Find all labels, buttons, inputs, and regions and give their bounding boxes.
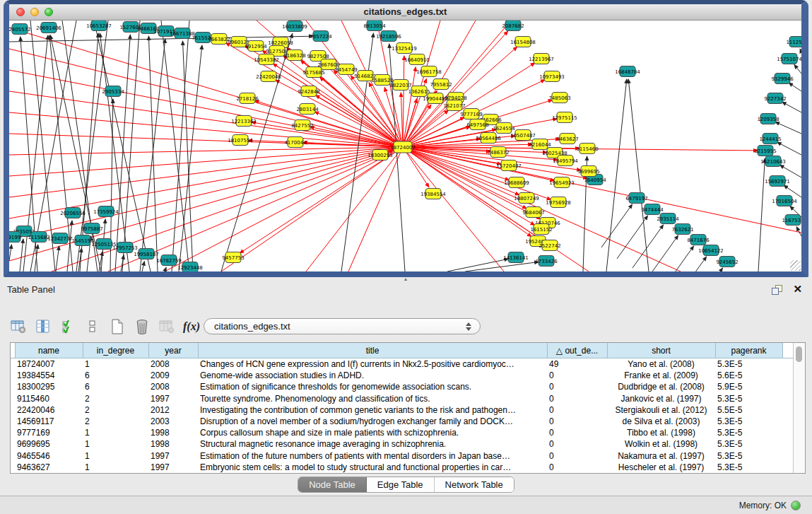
checklist-icon[interactable] — [59, 318, 76, 335]
table-row[interactable]: 977716911998Corpus callosum shape and si… — [11, 427, 793, 438]
graph-node[interactable]: 1615152 — [530, 224, 552, 235]
cell-year[interactable]: 2008 — [148, 381, 198, 392]
cell-title[interactable]: Tourette syndrome. Phenomenology and cla… — [198, 393, 547, 404]
graph-node[interactable]: 9474444 — [641, 204, 664, 215]
graph-node[interactable]: 7663822 — [208, 34, 230, 45]
cell-pagerank[interactable]: 5.3E-5 — [715, 462, 782, 473]
cell-outdeg[interactable]: 0 — [547, 450, 607, 462]
graph-node[interactable]: 7485063 — [548, 93, 570, 103]
cell-short[interactable]: Stergiakouli et al. (2012) — [607, 404, 715, 416]
cell-short[interactable]: Wolkin et al. (1998) — [607, 438, 715, 450]
cell-year[interactable]: 2008 — [148, 358, 198, 370]
table-column-icon[interactable] — [35, 318, 52, 335]
cell-indeg[interactable]: 2 — [83, 393, 148, 404]
graph-node[interactable]: 9115460 — [576, 144, 598, 154]
graph-node[interactable]: 1209358 — [757, 114, 779, 124]
graph-node[interactable]: 10688609 — [504, 177, 529, 188]
cell-indeg[interactable]: 1 — [83, 427, 148, 438]
zoom-window-button[interactable] — [45, 8, 53, 16]
cell-indeg[interactable]: 1 — [83, 358, 148, 370]
graph-node[interactable]: 9699695 — [577, 166, 599, 177]
table-row[interactable]: 911546021997Tourette syndrome. Phenomeno… — [11, 393, 793, 404]
cell-indeg[interactable]: 6 — [83, 370, 148, 381]
table-row[interactable]: 1872400712008Changes of HCN gene express… — [11, 358, 793, 370]
cell-outdeg[interactable]: 0 — [547, 381, 607, 392]
cell-year[interactable]: 1998 — [148, 427, 198, 438]
scrollbar-thumb[interactable] — [796, 346, 802, 362]
cell-pagerank[interactable]: 5.9E-5 — [715, 381, 782, 392]
cell-short[interactable]: Jankovic et al. (1997) — [607, 393, 715, 404]
graph-node[interactable]: 1733426 — [535, 256, 558, 267]
cell-outdeg[interactable]: 0 — [547, 393, 607, 404]
cell-title[interactable]: Investigating the contribution of common… — [198, 404, 547, 416]
cell-short[interactable]: Yano et al. (2008) — [607, 358, 715, 370]
graph-node[interactable]: 8813054 — [363, 21, 386, 31]
graph-node[interactable]: 14136141 — [503, 252, 529, 263]
cell-pagerank[interactable]: 5.3E-5 — [715, 450, 782, 462]
graph-node[interactable]: 16154808 — [510, 37, 536, 47]
graph-node[interactable]: 1244415 — [759, 134, 781, 144]
stacked-squares-icon[interactable] — [84, 318, 101, 335]
cell-title[interactable]: Embryonic stem cells: a model to study s… — [198, 462, 547, 473]
node-table[interactable]: namein_degreeyeartitle△ out_de...shortpa… — [11, 343, 793, 473]
column-header-pagerank[interactable]: pagerank — [715, 343, 782, 358]
cell-name[interactable]: 9699695 — [15, 438, 83, 450]
graph-node[interactable]: 8427552 — [291, 120, 313, 131]
graph-node[interactable]: 19218596 — [376, 31, 401, 42]
graph-node[interactable]: 2935114 — [657, 214, 679, 224]
cell-short[interactable]: Tibbo et al. (1998) — [607, 427, 715, 438]
graph-node[interactable]: 13325419 — [392, 43, 417, 54]
table-row[interactable]: 969969511998Structural magnetic resonanc… — [11, 438, 793, 450]
cell-pagerank[interactable]: 5.3E-5 — [715, 427, 782, 438]
graph-node[interactable]: 9463627 — [556, 134, 578, 144]
graph-node[interactable]: 1115682 — [28, 232, 49, 243]
cell-indeg[interactable]: 1 — [83, 438, 148, 450]
graph-node[interactable]: 19654923 — [549, 177, 575, 188]
graph-node[interactable]: 1621077 — [443, 100, 465, 111]
graph-node[interactable]: 1362615 — [408, 86, 430, 97]
cell-short[interactable]: Hescheler et al. (1997) — [607, 462, 715, 473]
table-row[interactable]: 946362711997Embryonic stem cells: a mode… — [11, 462, 793, 473]
table-scrollbar[interactable] — [793, 343, 805, 473]
tab-edge-table[interactable]: Edge Table — [367, 477, 435, 492]
graph-node[interactable]: 2087682 — [502, 21, 524, 31]
column-header-year[interactable]: year — [148, 343, 198, 358]
graph-node[interactable]: 10507487 — [510, 130, 536, 141]
column-header-in_degree[interactable]: in_degree — [83, 343, 148, 358]
graph-node[interactable]: 8471676 — [687, 235, 710, 245]
table-row[interactable]: 946554611997Estimation of the future num… — [11, 450, 793, 462]
graph-node[interactable]: 15751074 — [777, 54, 801, 64]
table-gear-icon[interactable] — [10, 318, 27, 335]
graph-node[interactable]: 2803144 — [296, 104, 319, 115]
graph-node[interactable]: 17016504 — [772, 196, 797, 206]
tab-network-table[interactable]: Network Table — [435, 477, 514, 492]
graph-node[interactable]: 8912954 — [245, 41, 267, 52]
graph-node[interactable]: 9242848 — [298, 86, 319, 97]
graph-node[interactable]: 16640910 — [404, 54, 430, 65]
cell-outdeg[interactable]: 0 — [547, 438, 607, 450]
cell-short[interactable]: Dudbridge et al. (2008) — [607, 381, 715, 392]
cell-name[interactable]: 14569117 — [15, 416, 83, 427]
function-builder-icon[interactable]: f(x) — [183, 318, 200, 335]
cell-outdeg[interactable]: 49 — [547, 358, 607, 370]
minimize-window-button[interactable] — [30, 8, 39, 16]
close-window-button[interactable] — [16, 8, 25, 16]
table-select-dropdown[interactable]: citations_edges.txt — [204, 318, 481, 334]
graph-node[interactable]: 9175685 — [302, 67, 324, 78]
graph-node[interactable]: 7632621 — [671, 224, 693, 235]
cell-year[interactable]: 1998 — [148, 438, 198, 450]
graph-node[interactable]: 12975115 — [552, 112, 577, 123]
graph-node[interactable]: 16848784 — [615, 66, 640, 77]
cell-outdeg[interactable]: 0 — [547, 427, 607, 438]
cell-outdeg[interactable]: 0 — [547, 416, 607, 427]
cell-pagerank[interactable]: 5.3E-5 — [715, 358, 782, 370]
cell-pagerank[interactable]: 5.3E-5 — [715, 416, 782, 427]
table-row[interactable]: 1830029562008Estimation of significance … — [11, 381, 793, 392]
cell-title[interactable]: Genome-wide association studies in ADHD. — [198, 370, 547, 381]
network-window-titlebar[interactable]: citations_edges.txt — [9, 4, 801, 21]
window-resize-grip[interactable] — [790, 260, 801, 271]
tab-node-table[interactable]: Node Table — [298, 477, 367, 492]
graph-node[interactable]: 16033809 — [282, 21, 307, 32]
graph-node[interactable]: 1112524 — [786, 37, 801, 47]
cell-name[interactable]: 19384554 — [15, 370, 83, 381]
